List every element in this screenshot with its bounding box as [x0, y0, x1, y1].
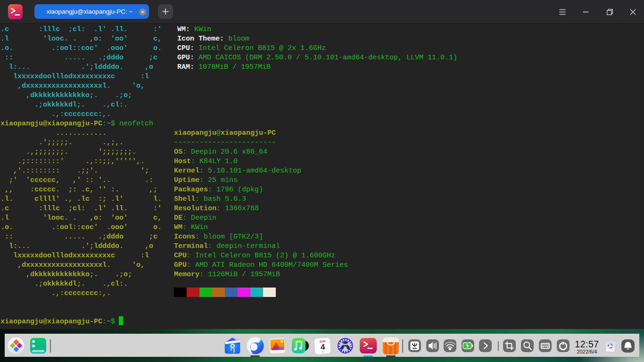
svg-text:SAT: SAT — [322, 351, 325, 353]
svg-text:4: 4 — [320, 343, 325, 352]
